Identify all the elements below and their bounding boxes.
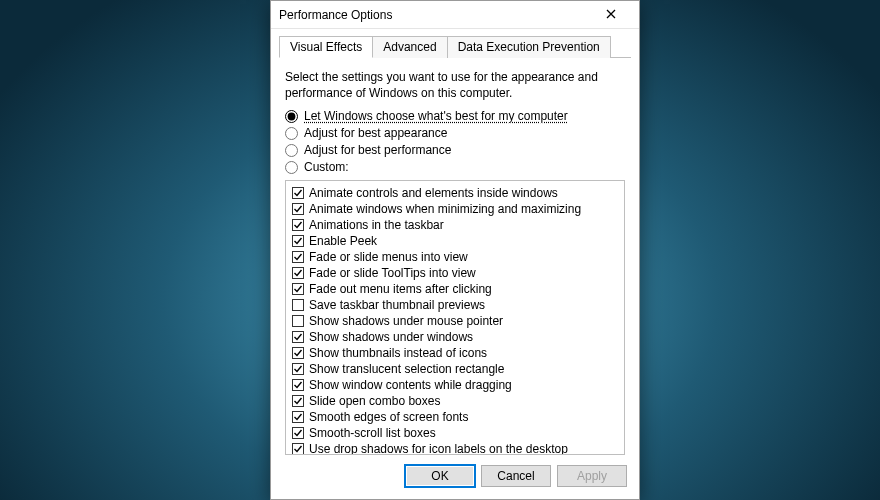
radio-input[interactable] [285, 127, 298, 140]
radio-label: Let Windows choose what's best for my co… [304, 109, 568, 123]
effect-label: Show shadows under mouse pointer [309, 313, 503, 329]
radio-label: Adjust for best appearance [304, 126, 447, 140]
radio-option-2[interactable]: Adjust for best performance [285, 143, 625, 157]
checkbox[interactable] [292, 331, 304, 343]
checkbox[interactable] [292, 427, 304, 439]
effect-item[interactable]: Show window contents while dragging [290, 377, 620, 393]
checkbox[interactable] [292, 347, 304, 359]
tab-data-execution-prevention[interactable]: Data Execution Prevention [448, 36, 611, 58]
checkbox[interactable] [292, 411, 304, 423]
effect-label: Animate windows when minimizing and maxi… [309, 201, 581, 217]
effect-item[interactable]: Slide open combo boxes [290, 393, 620, 409]
tab-strip: Visual EffectsAdvancedData Execution Pre… [271, 29, 639, 58]
cancel-button[interactable]: Cancel [481, 465, 551, 487]
effect-item[interactable]: Fade or slide menus into view [290, 249, 620, 265]
checkbox[interactable] [292, 235, 304, 247]
checkbox[interactable] [292, 443, 304, 455]
checkbox[interactable] [292, 395, 304, 407]
effect-item[interactable]: Animate controls and elements inside win… [290, 185, 620, 201]
dialog-title: Performance Options [279, 8, 591, 22]
dialog-buttons: OK Cancel Apply [271, 455, 639, 499]
effect-item[interactable]: Use drop shadows for icon labels on the … [290, 441, 620, 455]
effect-label: Show thumbnails instead of icons [309, 345, 487, 361]
effect-item[interactable]: Fade or slide ToolTips into view [290, 265, 620, 281]
effect-label: Smooth-scroll list boxes [309, 425, 436, 441]
close-button[interactable] [591, 1, 631, 28]
effect-label: Enable Peek [309, 233, 377, 249]
apply-button[interactable]: Apply [557, 465, 627, 487]
radio-option-3[interactable]: Custom: [285, 160, 625, 174]
effect-item[interactable]: Show thumbnails instead of icons [290, 345, 620, 361]
effect-label: Show window contents while dragging [309, 377, 512, 393]
effect-label: Save taskbar thumbnail previews [309, 297, 485, 313]
effect-label: Fade out menu items after clicking [309, 281, 492, 297]
radio-label: Adjust for best performance [304, 143, 451, 157]
radio-group: Let Windows choose what's best for my co… [285, 109, 625, 174]
effect-item[interactable]: Show shadows under windows [290, 329, 620, 345]
effect-item[interactable]: Save taskbar thumbnail previews [290, 297, 620, 313]
checkbox[interactable] [292, 267, 304, 279]
effect-item[interactable]: Show translucent selection rectangle [290, 361, 620, 377]
effect-item[interactable]: Smooth-scroll list boxes [290, 425, 620, 441]
checkbox[interactable] [292, 299, 304, 311]
radio-input[interactable] [285, 110, 298, 123]
ok-button[interactable]: OK [405, 465, 475, 487]
radio-label: Custom: [304, 160, 349, 174]
checkbox[interactable] [292, 203, 304, 215]
effect-label: Smooth edges of screen fonts [309, 409, 468, 425]
titlebar[interactable]: Performance Options [271, 1, 639, 29]
checkbox[interactable] [292, 251, 304, 263]
close-icon [606, 8, 616, 22]
effect-label: Slide open combo boxes [309, 393, 440, 409]
checkbox[interactable] [292, 219, 304, 231]
checkbox[interactable] [292, 363, 304, 375]
effect-item[interactable]: Fade out menu items after clicking [290, 281, 620, 297]
radio-input[interactable] [285, 144, 298, 157]
effect-label: Fade or slide menus into view [309, 249, 468, 265]
description-text: Select the settings you want to use for … [285, 70, 625, 101]
radio-option-0[interactable]: Let Windows choose what's best for my co… [285, 109, 625, 123]
effect-label: Use drop shadows for icon labels on the … [309, 441, 568, 455]
tab-advanced[interactable]: Advanced [373, 36, 447, 58]
effect-label: Animate controls and elements inside win… [309, 185, 558, 201]
effect-label: Animations in the taskbar [309, 217, 444, 233]
effect-item[interactable]: Smooth edges of screen fonts [290, 409, 620, 425]
checkbox[interactable] [292, 379, 304, 391]
checkbox[interactable] [292, 315, 304, 327]
effect-item[interactable]: Show shadows under mouse pointer [290, 313, 620, 329]
tab-content-visual-effects: Select the settings you want to use for … [271, 58, 639, 455]
effect-label: Show shadows under windows [309, 329, 473, 345]
effect-label: Fade or slide ToolTips into view [309, 265, 476, 281]
effects-list[interactable]: Animate controls and elements inside win… [285, 180, 625, 455]
tab-visual-effects[interactable]: Visual Effects [279, 36, 373, 58]
performance-options-dialog: Performance Options Visual EffectsAdvanc… [270, 0, 640, 500]
checkbox[interactable] [292, 187, 304, 199]
effect-item[interactable]: Animate windows when minimizing and maxi… [290, 201, 620, 217]
effect-item[interactable]: Enable Peek [290, 233, 620, 249]
checkbox[interactable] [292, 283, 304, 295]
radio-option-1[interactable]: Adjust for best appearance [285, 126, 625, 140]
radio-input[interactable] [285, 161, 298, 174]
effect-label: Show translucent selection rectangle [309, 361, 504, 377]
effect-item[interactable]: Animations in the taskbar [290, 217, 620, 233]
